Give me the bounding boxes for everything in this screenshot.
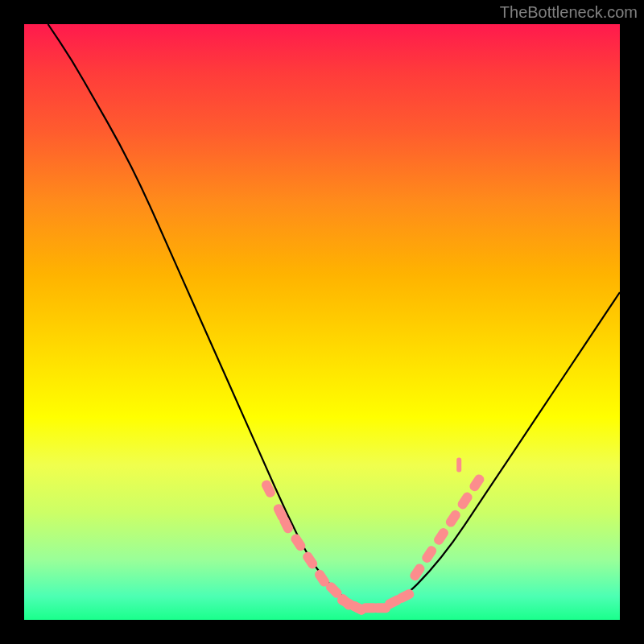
chart-plot-area xyxy=(24,24,620,620)
watermark-text: TheBottleneck.com xyxy=(500,3,638,22)
chart-container: TheBottleneck.com xyxy=(0,0,644,644)
